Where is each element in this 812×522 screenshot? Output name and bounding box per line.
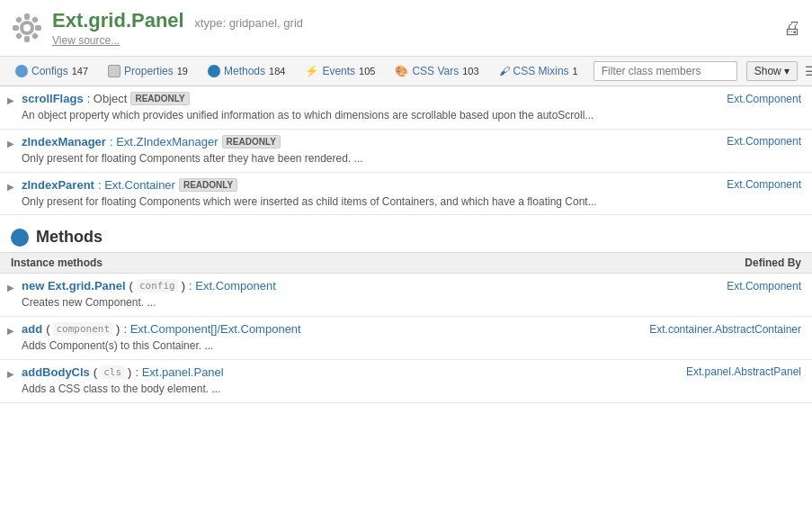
printer-icon: 🖨 — [783, 18, 801, 38]
defined-by-zindexparent: Ext.Component — [727, 178, 801, 191]
member-desc-zindexparent: Only present for floating Components whi… — [22, 194, 801, 210]
tab-cssvars-count: 103 — [462, 66, 478, 76]
tab-cssvars[interactable]: 🎨 CSS Vars 103 — [387, 60, 486, 82]
defined-by-constructor: Ext.Component — [727, 280, 801, 292]
tab-events[interactable]: ⚡ Events 105 — [297, 60, 383, 82]
tab-properties-label: Properties — [124, 65, 174, 77]
expand-icon-add[interactable]: ▶ — [7, 326, 14, 336]
title-block: Ext.grid.Panel xtype: gridpanel, grid Vi… — [52, 9, 303, 47]
show-button[interactable]: Show ▾ — [746, 61, 798, 81]
svg-rect-2 — [24, 14, 30, 20]
return-type-link-constructor[interactable]: Ext.Component — [195, 279, 276, 292]
tab-methods-count: 184 — [269, 66, 285, 76]
method-row-constructor: ▶ new Ext.grid.Panel( config ) : Ext.Com… — [0, 274, 812, 317]
member-type-scrollflags: : Object — [87, 92, 128, 105]
badge-readonly-zindexparent: READONLY — [179, 178, 237, 192]
member-name-zindexmanager[interactable]: zIndexManager — [22, 135, 106, 148]
page-header: Ext.grid.Panel xtype: gridpanel, grid Vi… — [0, 0, 812, 57]
tab-cssmixins-label: CSS Mixins — [513, 65, 569, 77]
method-paren-close: ) — [182, 279, 185, 292]
defined-by-link-zindexparent[interactable]: Ext.Component — [727, 178, 801, 191]
method-name-constructor[interactable]: new Ext.grid.Panel — [22, 279, 126, 292]
return-type-link-add[interactable]: Ext.Component[]/Ext.Component — [130, 322, 301, 336]
chevron-down-icon: ▾ — [784, 65, 790, 77]
method-desc-add: Adds Component(s) to this Container. ... — [22, 338, 801, 354]
member-row-scrollflags: ▶ scrollFlags : Object READONLY Ext.Comp… — [0, 86, 812, 130]
expand-icon-zindexparent[interactable]: ▶ — [7, 182, 14, 192]
view-source-link[interactable]: View source... — [52, 34, 303, 47]
expand-icon-addbodycls[interactable]: ▶ — [7, 369, 14, 379]
instance-methods-header: Instance methods Defined By — [0, 252, 812, 274]
tab-cssvars-label: CSS Vars — [412, 65, 459, 77]
tab-events-label: Events — [322, 65, 355, 77]
members-content: ▶ scrollFlags : Object READONLY Ext.Comp… — [0, 86, 812, 403]
type-link-zindexmanager[interactable]: Ext.ZIndexManager — [116, 135, 218, 148]
member-name-scrollflags[interactable]: scrollFlags — [22, 92, 84, 105]
print-button[interactable]: 🖨 — [783, 18, 801, 39]
method-signature-add: add( component ) : Ext.Component[]/Ext.C… — [22, 322, 801, 336]
member-row-zindexmanager: ▶ zIndexManager : Ext.ZIndexManager READ… — [0, 130, 812, 173]
defined-by-link-scrollflags[interactable]: Ext.Component — [727, 93, 801, 105]
expand-icon-zindexmanager[interactable]: ▶ — [7, 139, 14, 148]
method-paren-close-addbodycls: ) — [128, 365, 131, 379]
svg-rect-5 — [35, 25, 41, 31]
member-desc-zindexmanager: Only present for floating Components aft… — [22, 151, 801, 166]
defined-by-scrollflags: Ext.Component — [727, 93, 801, 105]
tab-configs-count: 147 — [72, 66, 88, 76]
method-paren-open-add: ( — [46, 322, 49, 336]
method-return-add: : Ext.Component[]/Ext.Component — [123, 322, 300, 336]
class-icon — [11, 12, 43, 44]
member-type-zindexmanager: : Ext.ZIndexManager — [110, 135, 219, 148]
method-paren-open-addbodycls: ( — [94, 365, 97, 379]
expand-icon-constructor[interactable]: ▶ — [7, 283, 14, 292]
method-return-addbodycls: : Ext.panel.Panel — [135, 365, 223, 379]
cssmixins-icon: 🖌 — [499, 65, 510, 77]
tab-configs[interactable]: Configs 147 — [7, 60, 96, 82]
defined-by-link-add[interactable]: Ext.container.AbstractContainer — [649, 323, 801, 336]
configs-icon — [15, 65, 28, 77]
svg-rect-7 — [31, 16, 39, 23]
method-name-add[interactable]: add — [22, 322, 42, 336]
show-label: Show — [754, 65, 781, 77]
method-row-add: ▶ add( component ) : Ext.Component[]/Ext… — [0, 317, 812, 360]
method-row-addbodycls: ▶ addBodyCls( cls ) : Ext.panel.Panel Ex… — [0, 360, 812, 403]
method-desc-constructor: Creates new Component. ... — [22, 295, 801, 310]
member-name-zindexparent[interactable]: zIndexParent — [22, 178, 94, 192]
cssvars-icon: 🎨 — [395, 65, 408, 77]
member-row-zindexparent: ▶ zIndexParent : Ext.Container READONLY … — [0, 173, 812, 216]
method-name-addbodycls[interactable]: addBodyCls — [22, 365, 90, 379]
member-signature-zindexparent: zIndexParent : Ext.Container READONLY Ex… — [22, 178, 801, 192]
defined-by-link-addbodycls[interactable]: Ext.panel.AbstractPanel — [686, 365, 801, 378]
methods-section-icon — [11, 229, 29, 247]
expand-icon-scrollflags[interactable]: ▶ — [7, 95, 14, 105]
svg-rect-4 — [13, 25, 19, 31]
tab-cssmixins-count: 1 — [573, 66, 578, 76]
tab-cssmixins[interactable]: 🖌 CSS Mixins 1 — [491, 60, 586, 82]
svg-rect-3 — [24, 36, 30, 42]
type-link-zindexparent[interactable]: Ext.Container — [104, 178, 175, 192]
member-type-zindexparent: : Ext.Container — [98, 178, 175, 192]
defined-by-addbodycls: Ext.panel.AbstractPanel — [686, 365, 801, 378]
method-return-constructor: : Ext.Component — [189, 279, 276, 292]
filter-input[interactable] — [593, 61, 737, 81]
method-signature-constructor: new Ext.grid.Panel( config ) : Ext.Compo… — [22, 279, 801, 292]
tab-methods-label: Methods — [224, 65, 265, 77]
methods-section-title: Methods — [36, 228, 103, 247]
method-param-add: component — [53, 322, 112, 336]
properties-icon — [108, 65, 120, 77]
tab-methods[interactable]: Methods 184 — [200, 60, 293, 82]
return-type-link-addbodycls[interactable]: Ext.panel.Panel — [142, 365, 224, 379]
class-xtype: xtype: gridpanel, grid — [194, 16, 303, 30]
defined-by-link-constructor[interactable]: Ext.Component — [727, 280, 801, 292]
svg-rect-8 — [15, 32, 22, 40]
instance-methods-label: Instance methods — [11, 256, 745, 269]
tab-properties-count: 19 — [177, 66, 188, 76]
defined-by-zindexmanager: Ext.Component — [727, 135, 801, 148]
defined-by-header-label: Defined By — [745, 256, 801, 269]
method-param-constructor: config — [137, 279, 178, 292]
svg-rect-9 — [31, 32, 39, 40]
tab-properties[interactable]: Properties 19 — [100, 60, 196, 82]
badge-readonly-scrollflags: READONLY — [130, 92, 189, 105]
defined-by-link-zindexmanager[interactable]: Ext.Component — [727, 135, 801, 148]
menu-icon[interactable]: ☰ — [805, 64, 812, 78]
